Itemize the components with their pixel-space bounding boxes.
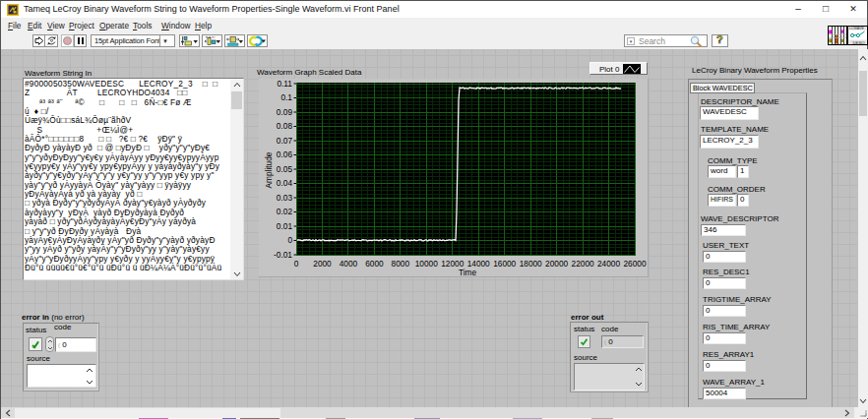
svg-text:Amplitude: Amplitude <box>264 151 274 188</box>
svg-text:0.02: 0.02 <box>277 207 293 216</box>
svg-text:0.09: 0.09 <box>277 107 293 117</box>
svg-text:0.01: 0.01 <box>277 221 293 231</box>
svg-text:0.05: 0.05 <box>277 164 293 174</box>
svg-text:0.11: 0.11 <box>277 79 292 89</box>
svg-text:0: 0 <box>294 259 299 269</box>
svg-text:0.1: 0.1 <box>280 92 292 102</box>
svg-text:0.03: 0.03 <box>277 193 293 203</box>
svg-text:24000: 24000 <box>597 259 620 269</box>
svg-text:22000: 22000 <box>572 259 594 269</box>
svg-text:26000: 26000 <box>623 259 646 269</box>
svg-text:DESO: DESO <box>853 40 866 45</box>
svg-text:0.04: 0.04 <box>277 178 293 188</box>
svg-text:10000: 10000 <box>415 259 438 269</box>
svg-text:2000: 2000 <box>313 259 332 269</box>
svg-text:16000: 16000 <box>493 259 516 269</box>
svg-text:Time: Time <box>459 268 477 277</box>
svg-text:0: 0 <box>287 235 292 245</box>
svg-text:18000: 18000 <box>520 259 542 269</box>
svg-text:LCWAVE: LCWAVE <box>849 27 864 30</box>
svg-text:-0.01: -0.01 <box>274 250 292 260</box>
svg-text:20000: 20000 <box>545 259 568 269</box>
svg-text:8000: 8000 <box>392 259 410 269</box>
svg-text:4000: 4000 <box>340 259 358 269</box>
svg-text:6000: 6000 <box>365 259 384 269</box>
svg-text:0.07: 0.07 <box>277 136 293 146</box>
svg-text:0.06: 0.06 <box>277 150 293 159</box>
svg-text:0.08: 0.08 <box>277 121 293 131</box>
